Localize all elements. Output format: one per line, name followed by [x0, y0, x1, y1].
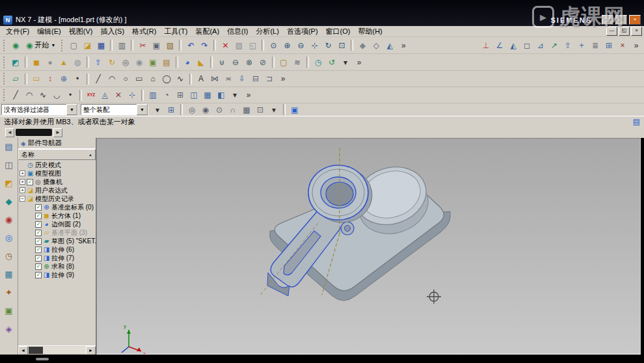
assembly-navigator-icon[interactable]: ▤: [2, 140, 16, 154]
edge-blend-icon[interactable]: ◕: [181, 56, 194, 68]
trim-body-icon[interactable]: ⊘: [256, 56, 269, 68]
unite-icon[interactable]: ⊎: [215, 56, 228, 68]
pan-icon[interactable]: ⊹: [308, 39, 321, 51]
polygon-icon[interactable]: ⌂: [146, 73, 159, 85]
extract-curve-icon[interactable]: ⊐: [263, 73, 276, 85]
circle-icon[interactable]: ○: [119, 73, 132, 85]
grid-icon[interactable]: ⊞: [174, 89, 187, 101]
prompt-doc-icon[interactable]: ▤: [633, 118, 640, 126]
tree-checkbox[interactable]: ✓: [27, 179, 33, 185]
panel-scroll-left-icon[interactable]: ◄: [5, 128, 14, 137]
update-icon[interactable]: ↺: [325, 56, 338, 68]
studio-spline-icon[interactable]: ∿: [36, 89, 49, 101]
ellipse-icon[interactable]: ◯: [160, 73, 173, 85]
fit-view-icon[interactable]: ⊡: [335, 39, 348, 51]
hide-icon[interactable]: ▧: [232, 39, 245, 51]
scroll-left-icon[interactable]: ◄: [18, 346, 28, 355]
point-icon[interactable]: •: [64, 89, 77, 101]
tree-item[interactable]: ✓ ⊕ 基准坐标系 (0): [18, 203, 96, 211]
list-icon[interactable]: ≣: [589, 39, 602, 51]
hd3d-tool-icon[interactable]: ◉: [2, 213, 16, 226]
view-orient-icon[interactable]: ◭: [383, 39, 396, 51]
snap-point-icon[interactable]: ⊡: [254, 103, 267, 116]
mirror-icon[interactable]: ◫: [187, 89, 200, 101]
web-browser-icon[interactable]: ◎: [2, 231, 16, 245]
spline-icon[interactable]: ∿: [174, 73, 187, 85]
menu-item[interactable]: 信息(I): [223, 26, 252, 37]
part-model[interactable]: [267, 158, 450, 301]
extrude-icon[interactable]: ⇧: [92, 56, 105, 68]
sphere-icon[interactable]: ◍: [71, 56, 84, 68]
reuse-library-icon[interactable]: ◆: [2, 195, 16, 208]
menu-item[interactable]: 工具(T): [160, 26, 191, 37]
revolve-icon[interactable]: ↻: [105, 56, 118, 68]
point-icon[interactable]: •: [71, 73, 84, 85]
more-chevron-icon[interactable]: »: [276, 73, 289, 85]
menu-item[interactable]: 插入(S): [96, 26, 128, 37]
menu-item[interactable]: 首选项(P): [283, 26, 322, 37]
arc-icon[interactable]: ◠: [105, 73, 118, 85]
dialog-memory-icon[interactable]: ▣: [288, 103, 301, 116]
undo-icon[interactable]: ↶: [184, 39, 197, 51]
menu-item[interactable]: 帮助(H): [354, 26, 386, 37]
tree-checkbox[interactable]: ✓: [35, 204, 42, 211]
tree-item[interactable]: ✓ ⊕ 求和 (8): [18, 262, 96, 271]
selection-filter-dropdown[interactable]: 没有选择过滤器 ▼: [1, 104, 78, 115]
scrollbar-thumb[interactable]: [29, 347, 43, 354]
tree-item[interactable]: + ✓ ▣ 模型视图: [18, 169, 96, 178]
wireframe-view-icon[interactable]: ◇: [369, 39, 382, 51]
menu-item[interactable]: 窗口(O): [322, 26, 355, 37]
snap-center-icon[interactable]: ⊙: [213, 103, 226, 116]
mirror-curve-icon[interactable]: ⋈: [208, 73, 221, 85]
new-icon[interactable]: ▢: [67, 39, 80, 51]
snap-intersection-icon[interactable]: ∩: [226, 103, 239, 116]
paste-icon[interactable]: ▨: [163, 39, 176, 51]
chamfer-icon[interactable]: ◣: [195, 56, 208, 68]
task-sketch-icon[interactable]: ◩: [9, 56, 22, 68]
offset-curve-icon[interactable]: ≍: [222, 73, 235, 85]
conic-icon[interactable]: ◡: [50, 89, 63, 101]
show-icon[interactable]: ◱: [246, 39, 259, 51]
tree-expander-icon[interactable]: −: [20, 196, 25, 202]
zoom-in-icon[interactable]: ⊕: [280, 39, 293, 51]
nx-gateway-icon[interactable]: ◉: [9, 39, 22, 51]
tree-item[interactable]: ✓ ◷ 历史模式: [18, 161, 96, 169]
dropdown-icon[interactable]: ▾: [267, 103, 280, 116]
section-curve-icon[interactable]: ⊟: [249, 73, 262, 85]
zoom-icon[interactable]: ⊙: [267, 39, 280, 51]
zoom-out-icon[interactable]: ⊖: [294, 39, 307, 51]
tree-item[interactable]: ✓ ◕ 边倒圆 (2): [18, 220, 96, 228]
profile-line-icon[interactable]: ╱: [9, 89, 22, 101]
more-chevron-icon[interactable]: »: [630, 39, 643, 51]
datum-plane-icon[interactable]: ▭: [30, 73, 43, 85]
snap-menu-icon[interactable]: ▾: [151, 103, 164, 116]
intersect-icon[interactable]: ⊗: [243, 56, 256, 68]
smart-point-icon[interactable]: ⊹: [126, 89, 139, 101]
dropdown-arrow-icon[interactable]: ▼: [137, 104, 148, 115]
quadrant-point-icon[interactable]: ◔: [160, 89, 173, 101]
navigator-scrollbar[interactable]: ◄ ►: [18, 345, 96, 355]
open-icon[interactable]: ◪: [81, 39, 94, 51]
tree-checkbox[interactable]: ✓: [35, 247, 42, 253]
tree-item[interactable]: ✓ ▱ 基准平面 (3): [18, 228, 96, 237]
select-scope-icon[interactable]: ⊞: [165, 103, 178, 116]
snap-midpoint-icon[interactable]: ◉: [199, 103, 212, 116]
vector-icon[interactable]: ↗: [548, 39, 561, 51]
trimetric-view-icon[interactable]: ⊿: [534, 39, 547, 51]
scrollbar-track[interactable]: [43, 347, 86, 354]
snap-endpoint-icon[interactable]: ◎: [185, 103, 198, 116]
tree-item[interactable]: + ✓ ◎ 摄像机: [18, 178, 96, 186]
text-curve-icon[interactable]: A: [195, 73, 208, 85]
delay-update-icon[interactable]: ◷: [312, 56, 325, 68]
dropdown-arrow-icon[interactable]: ▼: [66, 104, 77, 115]
sketch-icon[interactable]: ▱: [9, 73, 22, 85]
cone-icon[interactable]: ▲: [57, 56, 70, 68]
shell-icon[interactable]: ▢: [277, 56, 290, 68]
save-icon[interactable]: ▦: [94, 39, 107, 51]
constraint-navigator-icon[interactable]: ◫: [2, 158, 16, 172]
tree-checkbox[interactable]: ✓: [35, 230, 42, 236]
rotate-view-icon[interactable]: ↻: [321, 39, 334, 51]
tree-checkbox[interactable]: ✓: [35, 221, 42, 228]
front-view-icon[interactable]: ◻: [520, 39, 533, 51]
tree-checkbox[interactable]: ✓: [35, 263, 42, 270]
